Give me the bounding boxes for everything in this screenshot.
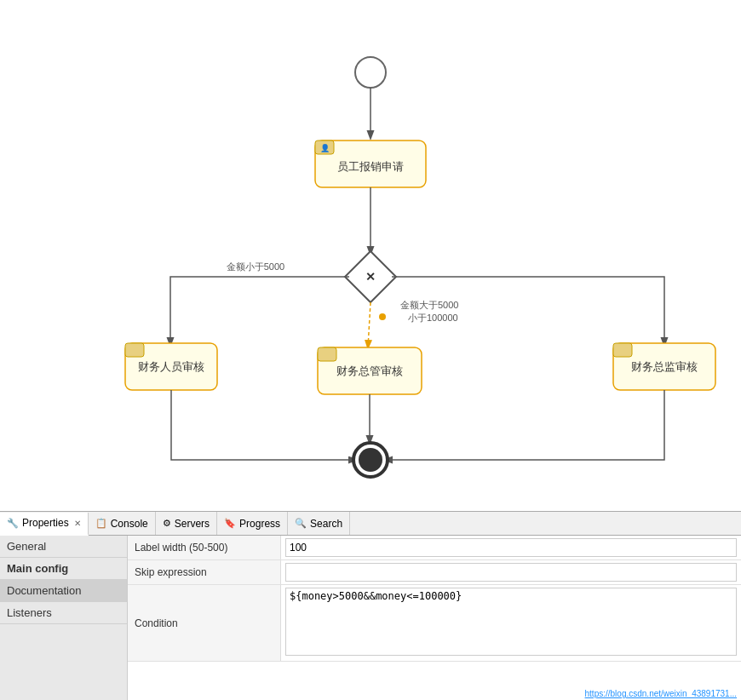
edge-task2-end (171, 390, 356, 460)
properties-icon: 🔧 (7, 518, 19, 529)
prop-row-condition: Condition ${money>5000&&money<=100000} (128, 585, 741, 662)
search-icon: 🔍 (295, 518, 307, 529)
prop-label-label-width: Label width (50-500) (128, 536, 281, 559)
sidebar-item-documentation[interactable]: Documentation (0, 580, 127, 602)
tab-progress[interactable]: 🔖 Progress (217, 512, 288, 535)
input-label-width[interactable] (285, 538, 737, 557)
edge-label-task2: 金额小于5000 (227, 261, 284, 272)
prop-row-skip-expr: Skip expression (128, 560, 741, 585)
start-node[interactable] (355, 57, 386, 88)
prop-value-label-width (281, 536, 741, 559)
tab-properties[interactable]: 🔧 Properties ✕ (0, 513, 89, 536)
progress-icon: 🔖 (224, 518, 236, 529)
task-label-4: 财务总监审核 (631, 360, 698, 373)
sidebar-item-mainconfig[interactable]: Main config (0, 558, 127, 580)
properties-sidebar: General Main config Documentation Listen… (0, 536, 128, 700)
panel-content: General Main config Documentation Listen… (0, 536, 741, 700)
tab-close-icon[interactable]: ✕ (74, 519, 81, 528)
bottom-panel: 🔧 Properties ✕ 📋 Console ⚙ Servers 🔖 Pro… (0, 511, 741, 700)
edge-gw-task2 (170, 277, 349, 345)
sidebar-item-general[interactable]: General (0, 536, 127, 558)
task-label-1: 员工报销申请 (337, 160, 404, 173)
properties-table: Label width (50-500) Skip expression Con… (128, 536, 741, 700)
tab-search[interactable]: 🔍 Search (288, 512, 350, 535)
textarea-condition[interactable]: ${money>5000&&money<=100000} (285, 588, 737, 656)
edge-task4-end (385, 390, 664, 460)
diagram-canvas[interactable]: 👤 员工报销申请 ✕ 金额小于5000 金额大于5000 小于100000 财务… (0, 0, 741, 511)
edge-gw-task4 (392, 277, 664, 345)
prop-label-condition: Condition (128, 585, 281, 661)
tab-properties-label: Properties (22, 517, 69, 529)
task-label-2: 财务人员审核 (138, 360, 204, 373)
input-skip-expr[interactable] (285, 563, 737, 582)
task-icon-text-1: 👤 (320, 143, 330, 153)
task-label-3: 财务总管审核 (336, 364, 403, 377)
edge-dot-task3 (379, 313, 386, 320)
prop-row-label-width: Label width (50-500) (128, 536, 741, 560)
workflow-svg: 👤 员工报销申请 ✕ 金额小于5000 金额大于5000 小于100000 财务… (0, 0, 741, 511)
servers-icon: ⚙ (163, 518, 171, 529)
edge-label-task3-line1: 金额大于5000 (400, 300, 458, 310)
task-icon-3 (318, 347, 336, 361)
end-node-inner (359, 448, 382, 472)
prop-label-skip-expr: Skip expression (128, 560, 281, 584)
tab-bar: 🔧 Properties ✕ 📋 Console ⚙ Servers 🔖 Pro… (0, 512, 741, 536)
edge-label-task3-line2: 小于100000 (408, 313, 458, 323)
gateway-label: ✕ (365, 270, 376, 284)
tab-servers-label: Servers (175, 518, 210, 530)
prop-value-skip-expr (281, 560, 741, 584)
tab-progress-label: Progress (239, 518, 280, 530)
sidebar-item-listeners[interactable]: Listeners (0, 602, 127, 624)
tab-console[interactable]: 📋 Console (89, 512, 156, 535)
tab-servers[interactable]: ⚙ Servers (156, 512, 217, 535)
watermark[interactable]: https://blog.csdn.net/weixin_43891731... (585, 689, 737, 698)
edge-gw-task3 (368, 302, 370, 347)
task-icon-2 (125, 343, 144, 357)
console-icon: 📋 (95, 518, 107, 529)
tab-search-label: Search (310, 518, 342, 530)
prop-value-condition: ${money>5000&&money<=100000} (281, 585, 741, 661)
tab-console-label: Console (111, 518, 148, 530)
task-icon-4 (613, 343, 632, 357)
